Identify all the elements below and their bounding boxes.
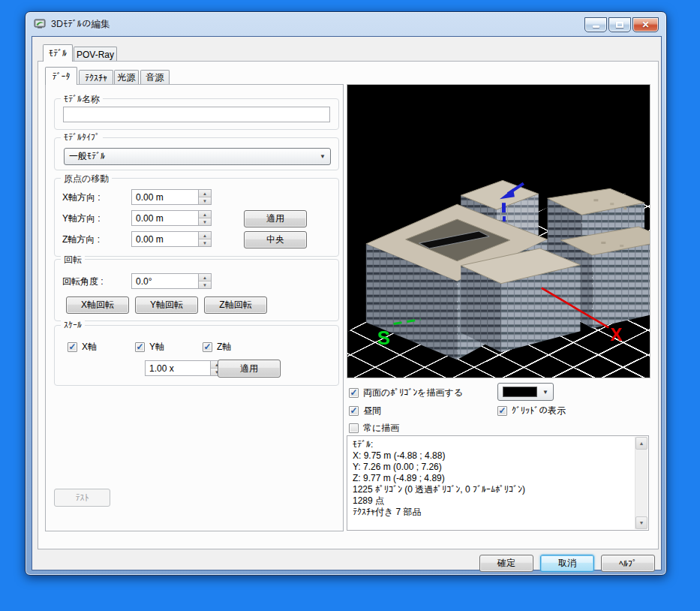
origin-center-button[interactable]: 中央 [244, 231, 307, 248]
close-icon: ✕ [641, 20, 649, 29]
scroll-down-icon[interactable]: ▼ [635, 516, 647, 529]
model-type-selected: 一般ﾓﾃﾞﾙ [69, 150, 105, 163]
origin-y-spinner: 0.00 m ▲▼ [131, 210, 212, 226]
tab-sound[interactable]: 音源 [140, 70, 170, 85]
ok-button[interactable]: 確定 [479, 555, 533, 572]
model-type-select[interactable]: 一般ﾓﾃﾞﾙ ▼ [64, 148, 331, 165]
model-name-group: ﾓﾃﾞﾙ名称 [54, 98, 339, 130]
spin-down-icon[interactable]: ▼ [199, 218, 211, 225]
info-scrollbar[interactable]: ▲ ▼ [635, 437, 647, 529]
daytime-checkbox[interactable]: ✓ [349, 406, 359, 416]
rotate-z-button[interactable]: Z軸回転 [204, 296, 267, 314]
scale-y-checkbox-row: ✓ Y軸 [135, 341, 164, 354]
scale-value[interactable]: 1.00 x [145, 360, 210, 376]
check-icon: ✓ [68, 342, 76, 351]
rotation-angle-value[interactable]: 0.0° [131, 273, 198, 289]
dialog-content: ﾓﾃﾞﾙ POV-Ray ﾃﾞｰﾀ ﾃｸｽﾁｬ 光源 音源 [32, 36, 662, 570]
desktop-background: 3Dﾓﾃﾞﾙの編集 ✕ ﾓﾃﾞﾙ POV-Ray [0, 0, 700, 611]
model-type-group: ﾓﾃﾞﾙﾀｲﾌﾟ 一般ﾓﾃﾞﾙ ▼ [54, 137, 339, 170]
scale-y-label: Y軸 [149, 341, 164, 354]
x-axis-label: X [610, 324, 622, 345]
spin-down-icon[interactable]: ▼ [199, 197, 211, 204]
tab-model[interactable]: ﾓﾃﾞﾙ [43, 44, 73, 62]
titlebar[interactable]: 3Dﾓﾃﾞﾙの編集 ✕ [26, 12, 666, 36]
spin-up-icon[interactable]: ▲ [199, 190, 211, 197]
rotation-angle-spinner: 0.0° ▲▼ [131, 273, 212, 289]
info-line: X: 9.75 m (-4.88 ; 4.88) [353, 450, 630, 462]
tab-texture-label: ﾃｸｽﾁｬ [85, 73, 107, 83]
rotation-group: 回転 回転角度 : 0.0° ▲▼ X軸回転 Y軸回転 Z軸回転 [54, 259, 339, 321]
spin-down-icon[interactable]: ▼ [199, 239, 211, 246]
chevron-down-icon: ▼ [542, 389, 548, 396]
scale-y-checkbox[interactable]: ✓ [135, 342, 145, 352]
minimize-button[interactable] [584, 17, 607, 32]
scale-apply-button[interactable]: 適用 [218, 360, 281, 378]
both-faces-label: 両面のﾎﾟﾘｺﾞﾝを描画する [363, 387, 463, 399]
scale-z-label: Z軸 [217, 341, 231, 354]
tab-light[interactable]: 光源 [114, 70, 139, 85]
spin-up-icon[interactable]: ▲ [199, 211, 211, 218]
tab-model-label: ﾓﾃﾞﾙ [49, 48, 67, 59]
test-button[interactable]: ﾃｽﾄ [54, 489, 110, 507]
check-icon: ✓ [203, 342, 211, 351]
origin-z-label: Z軸方向 : [62, 233, 100, 246]
tab-povray-label: POV-Ray [77, 50, 114, 60]
polygon-color-select[interactable]: ▼ [497, 383, 554, 401]
tab-texture[interactable]: ﾃｸｽﾁｬ [79, 70, 113, 85]
rotate-x-button[interactable]: X軸回転 [66, 296, 129, 314]
info-line: Z: 9.77 m (-4.89 ; 4.89) [353, 473, 630, 484]
origin-y-label: Y軸方向 : [62, 212, 101, 225]
scale-z-checkbox-row: ✓ Z軸 [203, 341, 231, 354]
spin-up-icon[interactable]: ▲ [199, 232, 211, 239]
scale-x-checkbox[interactable]: ✓ [68, 342, 77, 352]
model-3d-viewport[interactable]: X S [347, 84, 650, 378]
grid-display-label: ｸﾞﾘｯﾄﾞの表示 [512, 405, 566, 417]
daytime-label: 昼間 [363, 405, 381, 417]
scale-x-checkbox-row: ✓ X軸 [68, 341, 97, 354]
spin-down-icon[interactable]: ▼ [199, 281, 211, 288]
window-title: 3Dﾓﾃﾞﾙの編集 [51, 18, 110, 31]
rotation-legend: 回転 [61, 254, 85, 266]
color-swatch [503, 387, 537, 397]
rotate-y-button[interactable]: Y軸回転 [135, 296, 198, 314]
always-draw-checkbox[interactable]: ✓ [349, 423, 359, 433]
chevron-down-icon: ▼ [320, 153, 326, 160]
tab-data[interactable]: ﾃﾞｰﾀ [45, 67, 77, 85]
check-icon: ✓ [350, 406, 357, 415]
check-icon: ✓ [350, 388, 357, 397]
always-draw-label: 常に描画 [363, 422, 399, 435]
check-icon: ✓ [136, 342, 143, 351]
maximize-button[interactable] [608, 17, 631, 32]
scroll-up-icon[interactable]: ▲ [635, 437, 647, 450]
scale-legend: ｽｹｰﾙ [61, 320, 85, 330]
tab-light-label: 光源 [118, 71, 136, 84]
help-button[interactable]: ﾍﾙﾌﾟ [601, 555, 655, 572]
tab-povray[interactable]: POV-Ray [74, 47, 117, 62]
info-line: ﾓﾃﾞﾙ: [353, 439, 630, 450]
origin-legend: 原点の移動 [61, 173, 112, 185]
scale-value-spinner: 1.00 x ▲▼ [145, 360, 224, 376]
cancel-button[interactable]: 取消 [540, 555, 594, 572]
always-draw-row: ✓ 常に描画 [349, 422, 399, 435]
check-icon: ✓ [498, 406, 506, 415]
origin-y-value[interactable]: 0.00 m [131, 210, 198, 226]
grid-display-checkbox[interactable]: ✓ [497, 406, 507, 416]
origin-x-value[interactable]: 0.00 m [131, 189, 198, 205]
scale-z-checkbox[interactable]: ✓ [203, 342, 212, 352]
both-faces-checkbox[interactable]: ✓ [349, 388, 359, 398]
close-button[interactable]: ✕ [632, 17, 659, 32]
model-tab-page: ﾃﾞｰﾀ ﾃｸｽﾁｬ 光源 音源 ﾓﾃﾞﾙ名称 [38, 61, 659, 549]
scale-group: ｽｹｰﾙ ✓ X軸 ✓ Y軸 ✓ Z軸 [54, 325, 339, 386]
model-name-input[interactable] [63, 107, 330, 122]
tab-data-label: ﾃﾞｰﾀ [53, 71, 71, 82]
model-type-legend: ﾓﾃﾞﾙﾀｲﾌﾟ [61, 132, 103, 143]
spin-up-icon[interactable]: ▲ [199, 274, 211, 281]
origin-apply-button[interactable]: 適用 [244, 210, 307, 227]
model-info-box: ﾓﾃﾞﾙ: X: 9.75 m (-4.88 ; 4.88) Y: 7.26 m… [347, 435, 649, 531]
dialog-window: 3Dﾓﾃﾞﾙの編集 ✕ ﾓﾃﾞﾙ POV-Ray [25, 11, 667, 576]
south-label: S [377, 327, 390, 348]
origin-z-spinner: 0.00 m ▲▼ [131, 231, 212, 247]
origin-x-label: X軸方向 : [62, 191, 101, 204]
tab-sound-label: 音源 [146, 71, 164, 84]
origin-z-value[interactable]: 0.00 m [131, 231, 198, 247]
